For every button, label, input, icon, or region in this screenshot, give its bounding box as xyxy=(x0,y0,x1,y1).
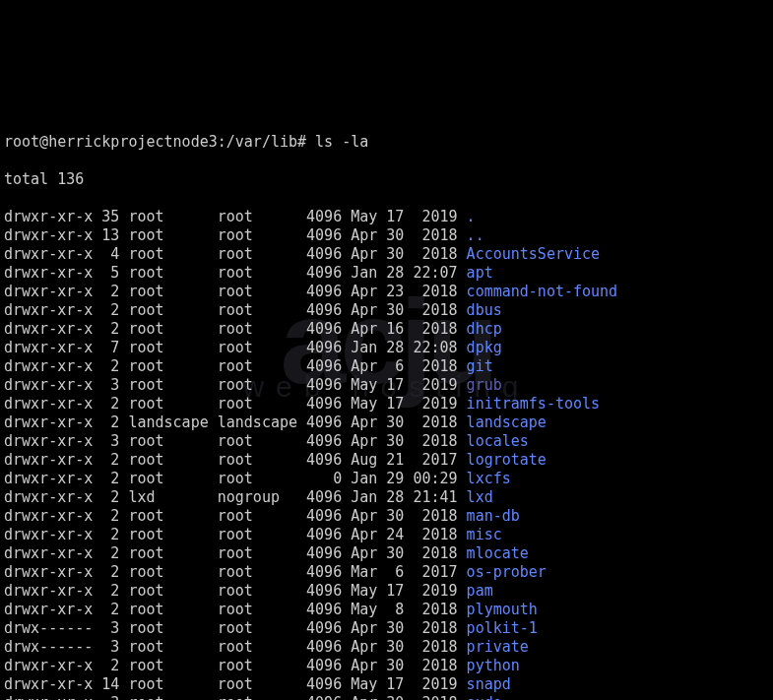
file-attrs: drwxr-xr-x 2 root root 4096 Apr 30 2018 xyxy=(4,657,467,674)
file-attrs: drwxr-xr-x 3 root root 4096 Apr 30 2018 xyxy=(4,432,467,450)
prompt-line: root@herrickprojectnode3:/var/lib# ls -l… xyxy=(4,133,769,152)
dir-name: apt xyxy=(467,264,493,282)
list-item: drwxr-xr-x 13 root root 4096 Apr 30 2018… xyxy=(4,226,769,245)
dir-name: command-not-found xyxy=(467,283,618,300)
dir-name: sudo xyxy=(467,694,502,700)
list-item: drwxr-xr-x 7 root root 4096 Jan 28 22:08… xyxy=(4,339,769,357)
list-item: drwxr-xr-x 2 root root 4096 Apr 30 2018 … xyxy=(4,507,769,526)
dir-name: os-prober xyxy=(467,563,547,581)
list-item: drwxr-xr-x 2 root root 4096 Apr 6 2018 g… xyxy=(4,357,769,376)
list-item: drwxr-xr-x 2 lxd nogroup 4096 Jan 28 21:… xyxy=(4,488,769,507)
dir-name: misc xyxy=(467,526,502,543)
list-item: drwxr-xr-x 2 root root 4096 May 8 2018 p… xyxy=(4,601,769,619)
dir-name: man-db xyxy=(467,507,520,525)
file-attrs: drwxr-xr-x 5 root root 4096 Jan 28 22:07 xyxy=(4,264,467,282)
dir-name: lxcfs xyxy=(467,470,511,487)
dir-name: plymouth xyxy=(467,601,538,618)
file-attrs: drwxr-xr-x 2 root root 0 Jan 29 00:29 xyxy=(4,470,467,487)
list-item: drwx------ 3 root root 4096 Apr 30 2018 … xyxy=(4,638,769,657)
file-attrs: drwxr-xr-x 14 root root 4096 May 17 2019 xyxy=(4,675,467,693)
list-item: drwxr-xr-x 2 landscape landscape 4096 Ap… xyxy=(4,414,769,432)
list-item: drwxr-xr-x 2 root root 4096 May 17 2019 … xyxy=(4,395,769,414)
file-attrs: drwxr-xr-x 2 root root 4096 May 8 2018 xyxy=(4,601,467,618)
dir-name: python xyxy=(467,657,520,674)
list-item: drwxr-xr-x 2 root root 4096 May 17 2019 … xyxy=(4,582,769,601)
list-item: drwxr-xr-x 5 root root 4096 Jan 28 22:07… xyxy=(4,264,769,283)
file-attrs: drwxr-xr-x 3 root root 4096 Apr 30 2018 xyxy=(4,694,467,700)
dir-name: initramfs-tools xyxy=(467,395,600,413)
list-item: drwxr-xr-x 2 root root 4096 Apr 16 2018 … xyxy=(4,320,769,339)
list-item: drwxr-xr-x 2 root root 4096 Apr 24 2018 … xyxy=(4,526,769,544)
file-attrs: drwxr-xr-x 35 root root 4096 May 17 2019 xyxy=(4,208,467,225)
dir-name: snapd xyxy=(467,675,511,693)
dir-name: locales xyxy=(467,432,529,450)
file-attrs: drwxr-xr-x 3 root root 4096 May 17 2019 xyxy=(4,376,467,394)
list-item: drwxr-xr-x 4 root root 4096 Apr 30 2018 … xyxy=(4,245,769,264)
file-attrs: drwxr-xr-x 4 root root 4096 Apr 30 2018 xyxy=(4,245,467,263)
dir-name: .. xyxy=(467,226,484,244)
dir-name: pam xyxy=(467,582,493,600)
list-item: drwx------ 3 root root 4096 Apr 30 2018 … xyxy=(4,619,769,638)
dir-name: dhcp xyxy=(467,320,502,338)
file-attrs: drwxr-xr-x 2 root root 4096 Apr 30 2018 xyxy=(4,301,467,319)
dir-name: lxd xyxy=(467,488,493,506)
dir-name: dbus xyxy=(467,301,502,319)
file-attrs: drwxr-xr-x 7 root root 4096 Jan 28 22:08 xyxy=(4,339,467,356)
dir-name: git xyxy=(467,357,493,375)
list-item: drwxr-xr-x 2 root root 4096 Apr 30 2018 … xyxy=(4,544,769,563)
file-attrs: drwxr-xr-x 2 root root 4096 Mar 6 2017 xyxy=(4,563,467,581)
dir-name: polkit-1 xyxy=(467,619,538,637)
list-item: drwxr-xr-x 3 root root 4096 May 17 2019 … xyxy=(4,376,769,395)
list-item: drwxr-xr-x 2 root root 0 Jan 29 00:29 lx… xyxy=(4,470,769,488)
dir-name: grub xyxy=(467,376,502,394)
file-attrs: drwxr-xr-x 2 root root 4096 Apr 6 2018 xyxy=(4,357,467,375)
dir-name: logrotate xyxy=(467,451,547,469)
list-item: drwxr-xr-x 2 root root 4096 Apr 30 2018 … xyxy=(4,657,769,675)
file-attrs: drwxr-xr-x 2 root root 4096 May 17 2019 xyxy=(4,395,467,413)
dir-name: dpkg xyxy=(467,339,502,356)
list-item: drwxr-xr-x 2 root root 4096 Aug 21 2017 … xyxy=(4,451,769,470)
file-attrs: drwxr-xr-x 2 root root 4096 Aug 21 2017 xyxy=(4,451,467,469)
file-attrs: drwxr-xr-x 2 root root 4096 Apr 24 2018 xyxy=(4,526,467,543)
directory-listing: drwxr-xr-x 35 root root 4096 May 17 2019… xyxy=(4,208,769,700)
file-attrs: drwxr-xr-x 2 root root 4096 Apr 23 2018 xyxy=(4,283,467,300)
dir-name: AccountsService xyxy=(467,245,600,263)
list-item: drwxr-xr-x 3 root root 4096 Apr 30 2018 … xyxy=(4,694,769,700)
file-attrs: drwx------ 3 root root 4096 Apr 30 2018 xyxy=(4,638,467,656)
list-item: drwxr-xr-x 14 root root 4096 May 17 2019… xyxy=(4,675,769,694)
file-attrs: drwxr-xr-x 2 root root 4096 May 17 2019 xyxy=(4,582,467,600)
file-attrs: drwx------ 3 root root 4096 Apr 30 2018 xyxy=(4,619,467,637)
file-attrs: drwxr-xr-x 2 root root 4096 Apr 30 2018 xyxy=(4,507,467,525)
file-attrs: drwxr-xr-x 2 root root 4096 Apr 30 2018 xyxy=(4,544,467,562)
file-attrs: drwxr-xr-x 2 landscape landscape 4096 Ap… xyxy=(4,414,467,431)
list-item: drwxr-xr-x 3 root root 4096 Apr 30 2018 … xyxy=(4,432,769,451)
file-attrs: drwxr-xr-x 13 root root 4096 Apr 30 2018 xyxy=(4,226,467,244)
dir-name: landscape xyxy=(467,414,547,431)
file-attrs: drwxr-xr-x 2 root root 4096 Apr 16 2018 xyxy=(4,320,467,338)
list-item: drwxr-xr-x 2 root root 4096 Apr 23 2018 … xyxy=(4,283,769,301)
file-attrs: drwxr-xr-x 2 lxd nogroup 4096 Jan 28 21:… xyxy=(4,488,467,506)
list-item: drwxr-xr-x 2 root root 4096 Apr 30 2018 … xyxy=(4,301,769,320)
dir-name: mlocate xyxy=(467,544,529,562)
command-text: ls -la xyxy=(315,133,368,151)
list-item: drwxr-xr-x 2 root root 4096 Mar 6 2017 o… xyxy=(4,563,769,582)
dir-name: . xyxy=(467,208,476,225)
dir-name: private xyxy=(467,638,529,656)
list-item: drwxr-xr-x 35 root root 4096 May 17 2019… xyxy=(4,208,769,226)
total-line: total 136 xyxy=(4,170,769,189)
shell-prompt: root@herrickprojectnode3:/var/lib# xyxy=(4,133,306,151)
terminal-output[interactable]: root@herrickprojectnode3:/var/lib# ls -l… xyxy=(4,114,769,700)
